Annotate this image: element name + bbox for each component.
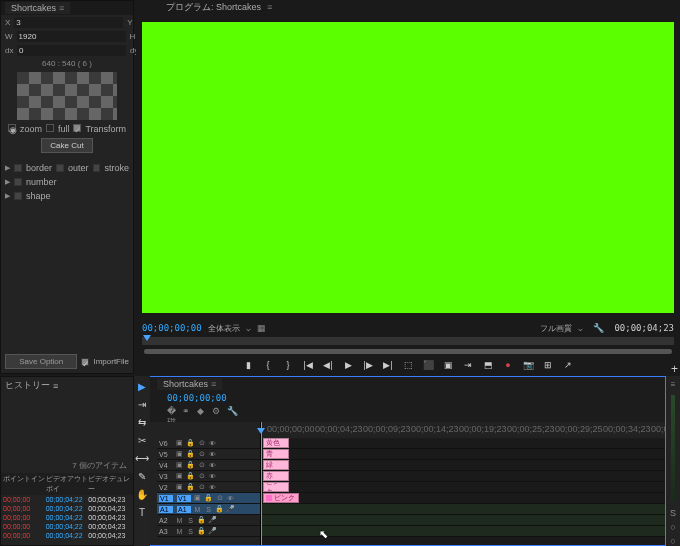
video-track-header[interactable]: V2▣🔒⊙👁 — [157, 482, 260, 493]
slip-tool-icon[interactable]: ⟷ — [136, 452, 148, 464]
solo-icon[interactable]: S — [204, 505, 213, 514]
preview-checker[interactable] — [17, 72, 117, 120]
mute-icon[interactable]: M — [193, 505, 202, 514]
history-row[interactable]: 00;00;0000;00;04;2200;00;04;23 — [1, 513, 133, 522]
clip[interactable]: 緑 — [263, 460, 289, 470]
timeline-tab[interactable]: Shortcakes ≡ — [157, 378, 222, 390]
solo-icon[interactable]: S — [670, 508, 676, 518]
outer-check[interactable] — [56, 164, 64, 172]
sync-lock-icon[interactable]: ⊙ — [197, 450, 206, 459]
clip[interactable]: 青 — [263, 449, 289, 459]
lock-icon[interactable]: 🔒 — [186, 439, 195, 448]
clip[interactable]: ピンク — [263, 482, 289, 492]
toggle-output-icon[interactable]: ▣ — [175, 439, 184, 448]
menu-icon[interactable]: ≡ — [211, 379, 216, 389]
audio-track-header[interactable]: A3MS🔒🎤 — [157, 526, 260, 537]
voice-icon[interactable]: 🎤 — [208, 516, 217, 525]
lift-icon[interactable]: ⬚ — [403, 360, 413, 370]
out-point-icon[interactable]: } — [283, 360, 293, 370]
stroke-check[interactable] — [93, 164, 101, 172]
eye-icon[interactable]: 👁 — [208, 483, 217, 492]
lock-icon[interactable]: 🔒 — [186, 472, 195, 481]
eye-icon[interactable]: 👁 — [208, 472, 217, 481]
quality-dropdown[interactable]: フル画質 — [540, 323, 572, 334]
step-back-icon[interactable]: ◀| — [323, 360, 333, 370]
clip[interactable]: 黄色 — [263, 438, 289, 448]
video-track[interactable]: 赤 — [261, 471, 665, 482]
timeline-playhead[interactable] — [261, 422, 262, 545]
x-input[interactable] — [14, 17, 123, 28]
lock-icon[interactable]: 🔒 — [204, 494, 213, 503]
lock-icon[interactable]: 🔒 — [186, 450, 195, 459]
safe-margin-icon[interactable]: ⊞ — [543, 360, 553, 370]
sync-lock-icon[interactable]: ⊙ — [197, 472, 206, 481]
expand-icon[interactable]: ▶ — [5, 192, 10, 200]
menu-icon[interactable]: ≡ — [267, 2, 272, 12]
video-track-header[interactable]: V5▣🔒⊙👁 — [157, 449, 260, 460]
overwrite-icon[interactable]: ⬒ — [483, 360, 493, 370]
settings-icon[interactable]: ▦ — [257, 323, 266, 333]
camera-icon[interactable]: 📷 — [523, 360, 533, 370]
fit-dropdown[interactable]: 全体表示 — [208, 323, 240, 334]
hand-tool-icon[interactable]: ✋ — [136, 488, 148, 500]
lock-icon[interactable]: 🔒 — [215, 505, 224, 514]
cake-cut-button[interactable]: Cake Cut — [41, 138, 92, 153]
lock-icon[interactable]: 🔒 — [197, 516, 206, 525]
eye-icon[interactable]: 👁 — [208, 450, 217, 459]
video-track[interactable]: 緑 — [261, 460, 665, 471]
toggle-output-icon[interactable]: ▣ — [175, 461, 184, 470]
mute-icon[interactable]: ○ — [670, 522, 675, 532]
audio-track-header[interactable]: A1A1MS🔒🎤 — [157, 504, 260, 515]
mute-icon[interactable]: M — [175, 527, 184, 536]
timeline-ruler[interactable]: 00;00;00;0000;00;04;2300;00;09;2300;00;1… — [261, 422, 665, 438]
sync-lock-icon[interactable]: ⊙ — [197, 439, 206, 448]
share-icon[interactable]: ↗ — [563, 360, 573, 370]
snap-icon[interactable]: �磁 — [167, 406, 177, 416]
clip[interactable]: 赤 — [263, 471, 289, 481]
menu-icon[interactable]: ≡ — [59, 3, 64, 13]
zoom-radio[interactable]: ◉ — [8, 124, 16, 132]
go-in-icon[interactable]: |◀ — [303, 360, 313, 370]
history-row[interactable]: 00;00;0000;00;04;2200;00;04;23 — [1, 522, 133, 531]
audio-track[interactable] — [261, 515, 665, 526]
razor-tool-icon[interactable]: ✂ — [136, 434, 148, 446]
lock-icon[interactable]: 🔒 — [186, 483, 195, 492]
add-button-icon[interactable]: + — [671, 362, 678, 376]
border-check[interactable] — [14, 164, 22, 172]
playhead-icon[interactable] — [143, 335, 151, 341]
mute-icon[interactable]: M — [175, 516, 184, 525]
history-tab-label[interactable]: ヒストリー — [5, 379, 50, 392]
save-option-button[interactable]: Save Option — [5, 354, 77, 369]
eye-icon[interactable]: 👁 — [226, 494, 235, 503]
selection-tool-icon[interactable]: ▶ — [136, 380, 148, 392]
sync-lock-icon[interactable]: ⊙ — [197, 483, 206, 492]
toggle-output-icon[interactable]: ▣ — [175, 483, 184, 492]
type-tool-icon[interactable]: T — [136, 506, 148, 518]
expand-icon[interactable]: ▶ — [5, 178, 10, 186]
fit-dropdown-arrow[interactable]: ⌵ — [246, 324, 251, 333]
export-frame-icon[interactable]: ▣ — [443, 360, 453, 370]
in-point-icon[interactable]: { — [263, 360, 273, 370]
wrench-icon[interactable]: 🔧 — [593, 323, 604, 333]
step-fwd-icon[interactable]: |▶ — [363, 360, 373, 370]
full-radio[interactable] — [46, 124, 54, 132]
meter-icon[interactable]: ≡ — [671, 380, 676, 389]
number-check[interactable] — [14, 178, 22, 186]
insert-icon[interactable]: ⇥ — [463, 360, 473, 370]
video-track-header[interactable]: V4▣🔒⊙👁 — [157, 460, 260, 471]
program-ruler[interactable] — [142, 337, 674, 345]
solo-icon[interactable]: S — [186, 527, 195, 536]
history-row[interactable]: 00;00;0000;00;04;2200;00;04;23 — [1, 495, 133, 504]
expand-icon[interactable]: ▶ — [5, 164, 10, 172]
ripple-tool-icon[interactable]: ⇆ — [136, 416, 148, 428]
marker-icon[interactable]: ◆ — [197, 406, 207, 416]
dx-input[interactable] — [17, 45, 126, 56]
program-tc-left[interactable]: 00;00;00;00 — [142, 323, 202, 333]
clip[interactable]: ピンク — [263, 493, 299, 503]
marker-icon[interactable]: ▮ — [243, 360, 253, 370]
transform-check[interactable]: ✓ — [73, 124, 81, 132]
rec-icon[interactable]: ● — [503, 360, 513, 370]
track-area[interactable]: 00;00;00;0000;00;04;2300;00;09;2300;00;1… — [261, 422, 665, 545]
toggle-output-icon[interactable]: ▣ — [175, 450, 184, 459]
lock-icon[interactable]: 🔒 — [186, 461, 195, 470]
